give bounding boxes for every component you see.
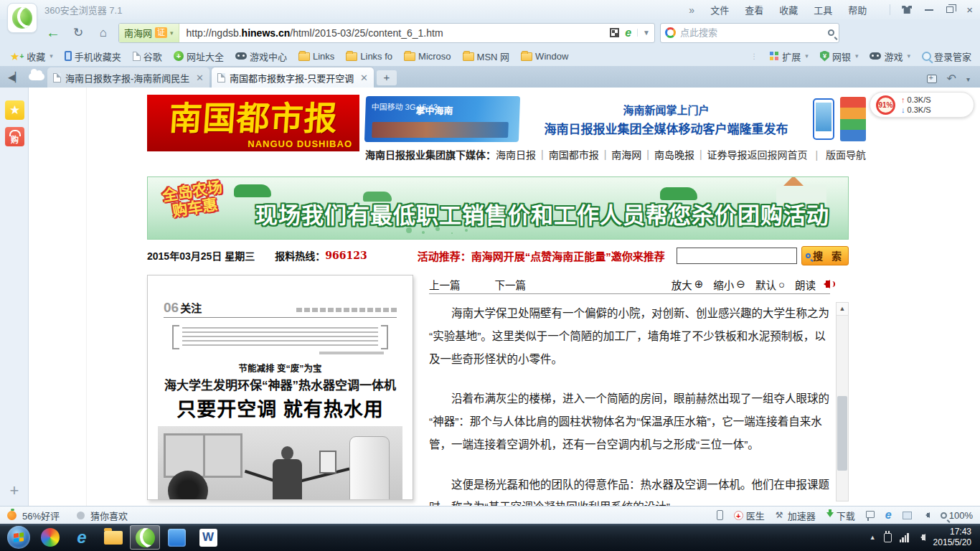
media-link-hainan-daily[interactable]: 海南日报 [496, 147, 536, 161]
doctor-button[interactable]: +医生 [734, 509, 765, 522]
address-bar[interactable]: 南海网 证 ▾ http://ngdsb.hinews.cn/html/2015… [118, 23, 655, 43]
bookmark-navsite[interactable]: +网址大全 [174, 50, 224, 63]
taskbar-word-icon[interactable]: W [193, 525, 223, 550]
menu-file[interactable]: 文件 [710, 3, 729, 17]
taskbar-ie-icon[interactable]: e [67, 525, 97, 550]
tab-hainan-daily[interactable]: 海南日报数字报-海南新闻民生 ✕ [47, 67, 209, 88]
qr-code-icon[interactable] [610, 28, 619, 37]
suggest-label[interactable]: 猜你喜欢 [90, 509, 128, 522]
refresh-button[interactable]: ↻ [68, 24, 88, 42]
skin-icon[interactable] [902, 6, 912, 14]
url-text[interactable]: http://ngdsb.hinews.cn/html/2015-03/25/c… [179, 27, 451, 39]
new-tab-button[interactable]: + [377, 70, 397, 85]
tab-menu-chevron-icon[interactable]: ▾ [966, 75, 970, 83]
activity-promo-link[interactable]: 活动推荐：南海网开展“点赞海南正能量”邀你来推荐 [418, 248, 665, 263]
restore-button[interactable] [946, 6, 953, 13]
promo-ad-banner[interactable]: 全岛农场 购车惠 现场我们有最低职工销售价和工作人员帮您杀价团购活动 [147, 176, 849, 240]
folder-icon [404, 52, 415, 61]
undo-close-icon[interactable]: ↶ [947, 73, 956, 85]
cloud-sync-icon[interactable] [26, 66, 47, 88]
network-plug-icon[interactable] [884, 533, 892, 542]
bookmark-mobile-favorites[interactable]: 手机收藏夹 [65, 50, 121, 63]
restore-tab-icon[interactable] [927, 75, 937, 83]
read-aloud-button[interactable]: 朗读 [795, 277, 830, 292]
default-size-button[interactable]: 默认○ [755, 277, 785, 292]
page-nav-link[interactable]: 版面导航 [826, 149, 866, 161]
extensions-button[interactable]: 扩展▾ [770, 50, 809, 63]
taskbar-sogou-icon[interactable] [35, 525, 65, 550]
bookmark-folder-microso[interactable]: Microso [404, 51, 451, 62]
bookmark-google[interactable]: 谷歌 [133, 50, 162, 63]
minimize-button[interactable] [925, 9, 933, 11]
media-link-hinews[interactable]: 南海网 [611, 147, 641, 161]
speed-indicator[interactable]: 91% ↑ 0.3K/S ↓ 0.3K/S [870, 92, 974, 118]
close-button[interactable]: × [966, 4, 973, 15]
zoom-in-button[interactable]: 放大⊕ [672, 277, 704, 292]
rating-label[interactable]: 56%好评 [22, 509, 60, 522]
report-flag-icon[interactable] [866, 511, 875, 518]
url-dropdown-icon[interactable]: ▼ [637, 29, 650, 37]
site-identity-badge[interactable]: 南海网 证 ▾ [119, 24, 179, 42]
search-icon[interactable] [828, 29, 834, 36]
tray-expand-icon[interactable]: ▲ [870, 534, 876, 541]
download-button[interactable]: 下载 [826, 509, 855, 522]
shopping-panel-button[interactable]: 购 [5, 127, 24, 146]
games-button[interactable]: 游戏▾ [870, 50, 910, 63]
ie-mode-icon[interactable]: e [885, 509, 892, 521]
newspaper-page-thumbnail[interactable]: 06 关注 节能减排 变“废”为宝 海大学生发明环保“神器”热水器空调一体机 只… [147, 275, 413, 500]
search-box[interactable] [660, 23, 839, 43]
tray-clock[interactable]: 17:43 2015/5/20 [933, 527, 971, 548]
start-button[interactable] [7, 526, 30, 549]
media-link-nandao[interactable]: 南岛晚报 [654, 147, 694, 161]
netbank-button[interactable]: ¥网银▾ [820, 50, 859, 63]
browser-logo-icon[interactable] [7, 3, 37, 33]
taskbar-360browser-icon[interactable] [130, 525, 160, 550]
mute-icon[interactable] [923, 512, 930, 518]
volume-icon[interactable] [917, 534, 925, 541]
back-button[interactable]: ← [43, 24, 63, 42]
add-panel-button[interactable]: + [0, 481, 29, 500]
menu-view[interactable]: 查看 [745, 3, 763, 17]
media-link-securities[interactable]: 证券导报 [707, 147, 748, 161]
newspaper-masthead: 南国都市报 NANGUO DUSHIBAO 中国移动 3G 15:42 掌中海南… [147, 95, 849, 161]
menu-tools[interactable]: 工具 [814, 3, 832, 17]
favorites-panel-button[interactable]: ★ [5, 100, 24, 120]
login-manager-button[interactable]: 登录管家 [922, 50, 971, 63]
menu-favorites[interactable]: 收藏 [779, 3, 798, 17]
prev-article-link[interactable]: 上一篇 [429, 277, 461, 292]
site-search-input[interactable] [677, 248, 797, 264]
zoom-out-button[interactable]: 缩小⊖ [713, 277, 745, 292]
back-home-link[interactable]: 返回报网首页 [748, 149, 808, 161]
app-ad-banner[interactable]: 中国移动 3G 15:42 掌中海南 海南新闻掌上门户 海南日报报业集团全媒体移… [365, 95, 866, 143]
bookmark-folder-msn[interactable]: MSN 网 [463, 50, 510, 63]
compat-mode-icon[interactable]: e [625, 27, 631, 39]
home-button[interactable]: ⌂ [93, 24, 113, 42]
bookmark-folder-links[interactable]: Links [298, 51, 334, 62]
bookmark-game-center[interactable]: 游戏中心 [235, 50, 287, 63]
search-input[interactable] [680, 27, 824, 38]
newspaper-logo[interactable]: 南国都市报 NANGUO DUSHIBAO [147, 95, 359, 151]
bookmark-favorites[interactable]: ★+收藏▾ [10, 50, 53, 63]
next-article-link[interactable]: 下一篇 [495, 277, 527, 292]
mobile-icon[interactable] [717, 510, 723, 520]
tab-list-icon[interactable]: ◀▏ [4, 66, 26, 88]
article-scrollbar[interactable]: ▲ [836, 302, 849, 501]
site-search-button[interactable]: 搜 索 [801, 246, 849, 265]
signal-bars-icon[interactable] [900, 533, 909, 542]
bookmark-folder-window[interactable]: Window [521, 51, 568, 62]
kicker-headline: 节能减排 变“废”为宝 [148, 361, 413, 375]
scroll-up-icon[interactable]: ▲ [837, 303, 848, 316]
window-split-icon[interactable] [903, 512, 912, 519]
media-link-nanguo[interactable]: 南国都市报 [549, 147, 599, 161]
menu-help[interactable]: 帮助 [848, 3, 867, 17]
bookmark-folder-linksfo[interactable]: Links fo [346, 51, 392, 62]
tab-nanguo-dushibao[interactable]: 南国都市报数字报-只要开空调 ✕ [212, 67, 374, 88]
tab-close-icon[interactable]: ✕ [196, 72, 204, 83]
tab-close-icon[interactable]: ✕ [360, 72, 368, 83]
accelerator-button[interactable]: ⚒加速器 [776, 509, 816, 522]
zoom-control[interactable]: 100% [941, 510, 973, 521]
taskbar-explorer-icon[interactable] [98, 525, 128, 550]
menu-overflow-icon[interactable]: » [689, 4, 694, 16]
taskbar-communicator-icon[interactable] [161, 525, 192, 550]
scrollbar-thumb[interactable] [837, 396, 847, 471]
